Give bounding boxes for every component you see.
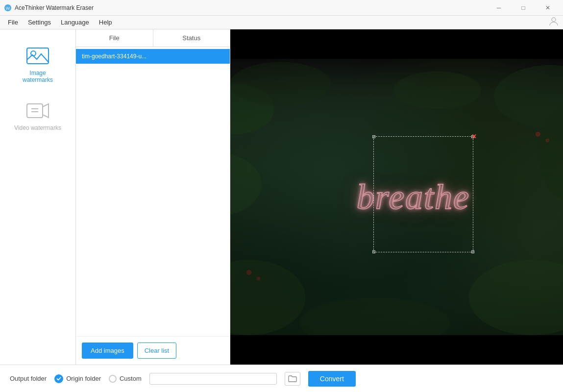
window-title: AceThinker Watermark Eraser [15, 4, 488, 11]
svg-point-18 [545, 139, 549, 143]
convert-button[interactable]: Convert [308, 371, 356, 387]
file-list: tim-goedhart-334149-u... [76, 47, 230, 336]
close-button[interactable]: ✕ [537, 0, 559, 16]
black-bar-top [230, 29, 563, 59]
maximize-button[interactable]: □ [512, 0, 535, 16]
video-watermarks-label: Video watermarks [14, 124, 61, 131]
svg-text:W: W [6, 6, 10, 11]
title-bar: W AceThinker Watermark Eraser ─ □ ✕ [0, 0, 563, 16]
file-panel-footer: Add images Clear list [76, 336, 230, 365]
svg-point-9 [230, 62, 331, 106]
account-icon [548, 16, 559, 26]
svg-point-20 [257, 277, 261, 281]
custom-path-input[interactable] [149, 373, 277, 385]
output-folder-label: Output folder [10, 375, 47, 382]
custom-folder-option[interactable]: Custom [109, 375, 142, 383]
column-status: Status [153, 29, 230, 47]
user-icon [548, 16, 559, 29]
minimize-button[interactable]: ─ [488, 0, 510, 16]
neon-breathe-text: breathe [357, 177, 470, 218]
svg-point-2 [552, 18, 556, 22]
window-controls: ─ □ ✕ [488, 0, 559, 16]
black-bar-bottom [230, 335, 563, 365]
video-watermarks-icon [25, 100, 50, 122]
image-watermarks-label: Image watermarks [14, 70, 61, 83]
menu-language[interactable]: Language [57, 17, 93, 28]
clear-list-button[interactable]: Clear list [137, 343, 177, 359]
file-row[interactable]: tim-goedhart-334149-u... [76, 49, 230, 64]
svg-point-17 [536, 132, 540, 137]
svg-point-19 [246, 270, 251, 275]
menu-file[interactable]: File [4, 17, 22, 28]
checkmark-icon [56, 376, 61, 381]
svg-point-13 [469, 260, 563, 335]
menu-settings[interactable]: Settings [24, 17, 55, 28]
column-file: File [76, 29, 153, 47]
folder-icon [288, 375, 297, 383]
app-body: Image watermarks Video watermarks File S… [0, 29, 563, 365]
file-table-header: File Status [76, 29, 230, 47]
svg-point-16 [393, 72, 481, 109]
sidebar-item-video-watermarks[interactable]: Video watermarks [8, 94, 67, 137]
custom-folder-label: Custom [120, 375, 142, 382]
browse-folder-button[interactable] [285, 372, 300, 386]
origin-folder-check [54, 374, 63, 383]
watermark-text: breathe [357, 177, 470, 218]
bottom-bar: Output folder Origin folder Custom Conve… [0, 365, 563, 392]
image-watermarks-icon [25, 45, 50, 67]
add-images-button[interactable]: Add images [82, 343, 133, 359]
sidebar: Image watermarks Video watermarks [0, 29, 76, 365]
svg-rect-5 [27, 104, 43, 118]
menu-bar: File Settings Language Help [0, 16, 563, 29]
sidebar-item-image-watermarks[interactable]: Image watermarks [8, 39, 67, 89]
origin-folder-label: Origin folder [66, 375, 101, 382]
preview-panel: breathe ✕ [230, 29, 563, 365]
preview-background: breathe ✕ [230, 59, 563, 335]
origin-folder-option[interactable]: Origin folder [54, 374, 101, 383]
svg-point-14 [230, 260, 306, 335]
app-icon: W [4, 4, 12, 12]
custom-radio-button[interactable] [109, 375, 117, 383]
svg-point-15 [299, 297, 450, 335]
menu-help[interactable]: Help [95, 17, 116, 28]
svg-point-10 [230, 153, 262, 216]
file-panel: File Status tim-goedhart-334149-u... Add… [76, 29, 230, 365]
preview-image-area: breathe ✕ [230, 59, 563, 335]
svg-rect-3 [27, 48, 49, 64]
